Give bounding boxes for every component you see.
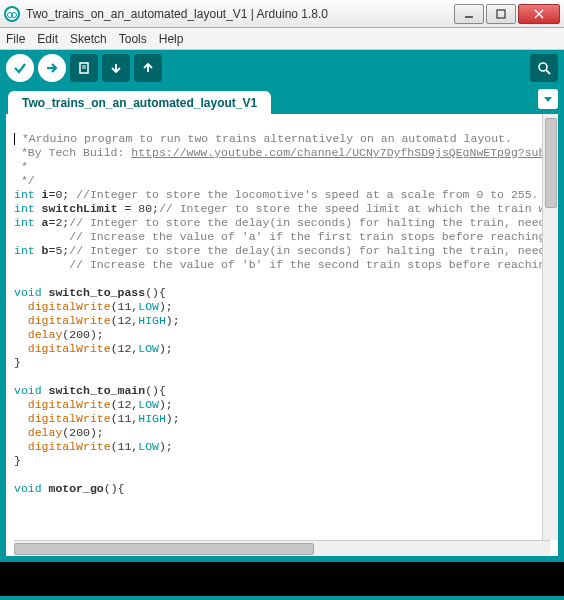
maximize-button[interactable] — [486, 4, 516, 24]
serial-monitor-button[interactable] — [530, 54, 558, 82]
menu-help[interactable]: Help — [159, 32, 184, 46]
minimize-button[interactable] — [454, 4, 484, 24]
tab-bar: Two_trains_on_an_automated_layout_V1 — [0, 86, 564, 114]
window-title: Two_trains_on_an_automated_layout_V1 | A… — [26, 7, 452, 21]
verify-button[interactable] — [6, 54, 34, 82]
menu-tools[interactable]: Tools — [119, 32, 147, 46]
menu-edit[interactable]: Edit — [37, 32, 58, 46]
horizontal-scrollbar[interactable] — [14, 540, 550, 556]
arduino-app-icon — [4, 6, 20, 22]
console-output[interactable] — [0, 562, 564, 596]
tab-menu-button[interactable] — [538, 89, 558, 109]
svg-marker-10 — [544, 97, 552, 102]
svg-point-8 — [539, 63, 547, 71]
vertical-scrollbar[interactable] — [542, 114, 558, 540]
close-button[interactable] — [518, 4, 560, 24]
vertical-scrollbar-thumb[interactable] — [545, 118, 557, 208]
new-sketch-button[interactable] — [70, 54, 98, 82]
save-sketch-button[interactable] — [134, 54, 162, 82]
sketch-tab[interactable]: Two_trains_on_an_automated_layout_V1 — [8, 91, 271, 114]
menu-bar: File Edit Sketch Tools Help — [0, 28, 564, 50]
svg-rect-1 — [497, 10, 505, 18]
horizontal-scrollbar-thumb[interactable] — [14, 543, 314, 555]
code-editor[interactable]: *Arduino program to run two trains alter… — [6, 114, 558, 540]
open-sketch-button[interactable] — [102, 54, 130, 82]
editor-area: *Arduino program to run two trains alter… — [0, 114, 564, 556]
menu-sketch[interactable]: Sketch — [70, 32, 107, 46]
toolbar — [0, 50, 564, 86]
window-titlebar: Two_trains_on_an_automated_layout_V1 | A… — [0, 0, 564, 28]
svg-line-9 — [546, 70, 550, 74]
menu-file[interactable]: File — [6, 32, 25, 46]
footer-bar: Arduino/Genuino Uno on COM3 — [0, 596, 564, 600]
upload-button[interactable] — [38, 54, 66, 82]
